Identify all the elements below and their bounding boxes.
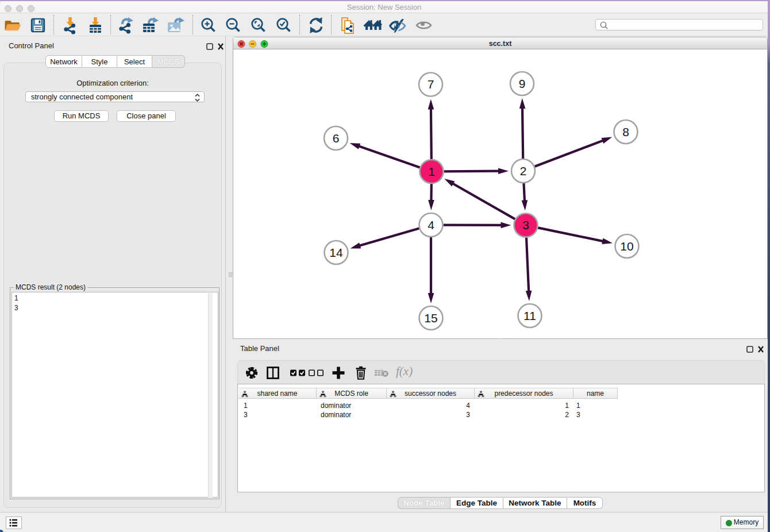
svg-text:4: 4 bbox=[428, 218, 434, 232]
svg-text:1: 1 bbox=[428, 165, 435, 178]
svg-text:15: 15 bbox=[424, 311, 437, 325]
svg-text:7: 7 bbox=[428, 78, 434, 91]
svg-text:10: 10 bbox=[620, 240, 633, 253]
svg-text:8: 8 bbox=[622, 125, 629, 138]
svg-text:3: 3 bbox=[522, 218, 529, 232]
svg-text:11: 11 bbox=[523, 309, 536, 322]
svg-text:2: 2 bbox=[520, 164, 527, 178]
svg-text:14: 14 bbox=[329, 246, 343, 259]
svg-text:9: 9 bbox=[519, 77, 526, 90]
svg-text:6: 6 bbox=[333, 132, 340, 145]
